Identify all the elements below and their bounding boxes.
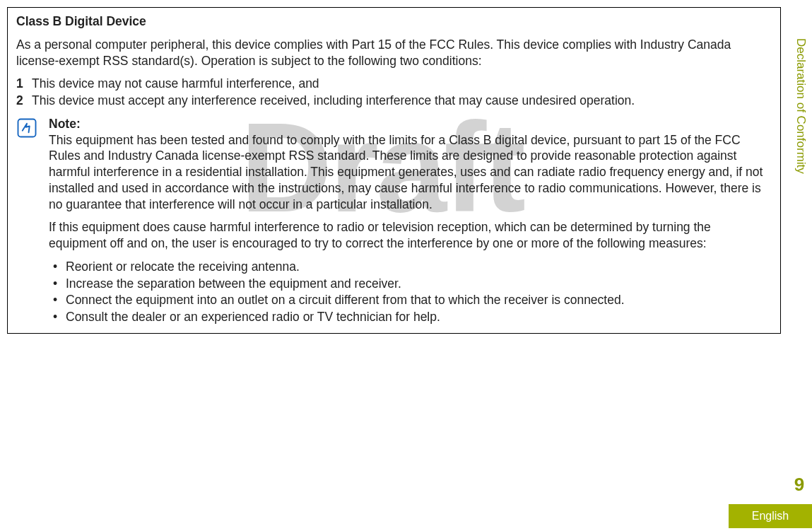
bullet-list: • Reorient or relocate the receiving ant… [49,259,772,325]
side-tab: Declaration of Conformity [789,7,812,205]
side-tab-label: Declaration of Conformity [793,38,808,174]
section-title: Class B Digital Device [16,13,772,30]
numbered-list: 1 This device may not cause harmful inte… [16,76,772,109]
list-text: This device must accept any interference… [32,93,635,109]
svg-rect-0 [18,119,36,136]
bullet-text: Connect the equipment into an outlet on … [66,292,625,308]
note-paragraph-2: If this equipment does cause harmful int… [49,219,772,252]
bullet-text: Increase the separation between the equi… [66,276,401,292]
bullet-dot: • [50,292,66,308]
note-icon [16,116,40,326]
list-item: • Reorient or relocate the receiving ant… [50,259,772,275]
list-item: • Connect the equipment into an outlet o… [50,292,772,308]
list-item: • Increase the separation between the eq… [50,276,772,292]
bullet-dot: • [50,259,66,275]
bullet-dot: • [50,276,66,292]
intro-paragraph: As a personal computer peripheral, this … [16,37,772,69]
language-tab: English [729,504,812,528]
list-item: 1 This device may not cause harmful inte… [16,76,772,92]
language-label: English [752,509,789,524]
bullet-text: Reorient or relocate the receiving anten… [66,259,300,275]
bullet-dot: • [50,309,66,325]
note-label: Note: [49,117,81,131]
bullet-text: Consult the dealer or an experienced rad… [66,309,440,325]
note-block: Note: This equipment has been tested and… [16,116,772,326]
note-body: Note: This equipment has been tested and… [49,116,772,326]
list-item: • Consult the dealer or an experienced r… [50,309,772,325]
list-number: 2 [16,93,32,109]
list-text: This device may not cause harmful interf… [32,76,319,92]
content-box: Class B Digital Device As a personal com… [7,7,781,334]
page-number: 9 [787,473,812,497]
list-item: 2 This device must accept any interferen… [16,93,772,109]
note-paragraph-1: This equipment has been tested and found… [49,133,763,211]
list-number: 1 [16,76,32,92]
